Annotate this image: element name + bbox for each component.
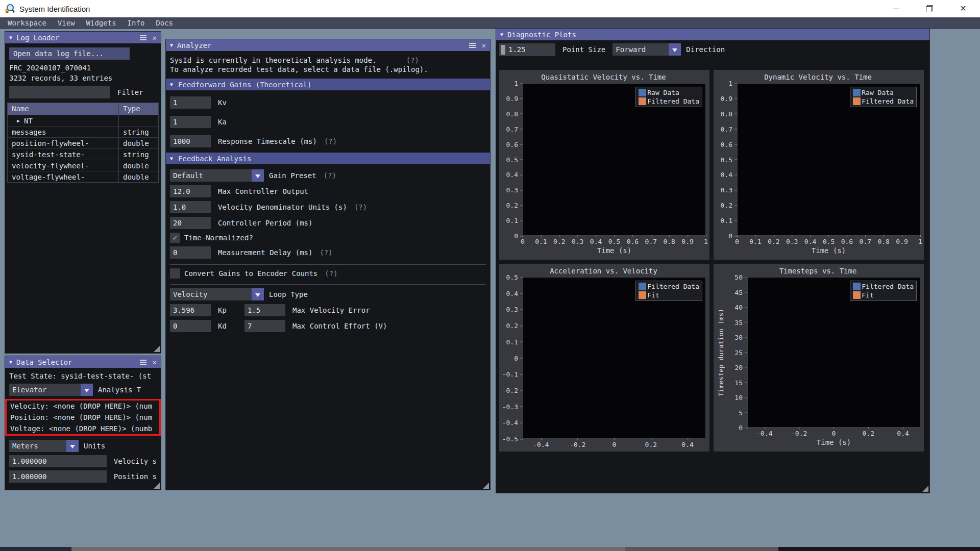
- max-control-effort-label: Max Control Effort (V): [292, 322, 387, 330]
- help-marker[interactable]: (?): [324, 137, 337, 145]
- entry-name-cell: messages: [8, 127, 118, 137]
- loop-type-combo[interactable]: Velocity: [170, 288, 264, 300]
- close-panel-icon[interactable]: ✕: [153, 358, 157, 366]
- collapse-icon[interactable]: ▼: [9, 360, 12, 365]
- measurement-delay-input[interactable]: 0: [170, 246, 211, 259]
- drag-grip-icon[interactable]: [501, 45, 505, 55]
- velocity-denominator-input[interactable]: 1.0: [170, 201, 211, 213]
- legend-entry[interactable]: Filtered Data: [639, 97, 699, 105]
- position-scale-input[interactable]: 1.000000: [9, 470, 107, 483]
- menu-item-docs[interactable]: Docs: [150, 17, 179, 29]
- signal-drop-target[interactable]: Position: <none (DROP HERE)> (num: [7, 412, 159, 423]
- collapse-icon[interactable]: ▼: [170, 82, 173, 87]
- plot-area[interactable]: Raw DataFiltered Data: [737, 83, 920, 236]
- x-axis-ticks: 00.10.20.30.40.50.60.70.80.91: [523, 236, 706, 246]
- velocity-scale-input[interactable]: 1.000000: [9, 455, 107, 467]
- max-controller-output-input[interactable]: 12.0: [170, 185, 211, 197]
- log-entries-table: Name Type ▶NTmessagesstringposition-flyw…: [7, 103, 159, 183]
- kp-input[interactable]: 3.596: [170, 304, 211, 316]
- table-row[interactable]: sysid-test-state-string: [8, 148, 158, 160]
- ka-input[interactable]: 1: [170, 116, 211, 128]
- table-row[interactable]: position-flywheel-double: [8, 137, 158, 148]
- response-timescale-input[interactable]: 1000: [170, 135, 211, 147]
- diagnostic-plots-header[interactable]: ▼ Diagnostic Plots: [496, 29, 929, 40]
- convert-gains-checkbox[interactable]: [170, 268, 180, 279]
- window-menu-icon[interactable]: [469, 43, 476, 48]
- y-tick-label: 40: [734, 304, 743, 311]
- collapse-icon[interactable]: ▼: [9, 35, 12, 40]
- table-row[interactable]: voltage-flywheel-double: [8, 171, 158, 182]
- column-header-type[interactable]: Type: [118, 103, 158, 115]
- legend-swatch-icon: [853, 97, 861, 105]
- help-marker[interactable]: (?): [354, 203, 367, 211]
- time-normalized-checkbox[interactable]: ✓: [170, 233, 180, 243]
- kv-input[interactable]: 1: [170, 96, 211, 109]
- expand-arrow-icon[interactable]: ▶: [17, 115, 20, 126]
- legend-entry[interactable]: Raw Data: [639, 89, 699, 96]
- table-row[interactable]: messagesstring: [8, 126, 158, 137]
- x-tick-label: 0: [832, 430, 836, 437]
- x-tick-label: -0.2: [791, 430, 807, 437]
- menu-item-workspace[interactable]: Workspace: [2, 17, 52, 29]
- window-titlebar[interactable]: System Identification ✕: [0, 0, 980, 17]
- units-combo[interactable]: Meters: [9, 440, 79, 452]
- analysis-type-combo[interactable]: Elevator: [9, 384, 93, 396]
- menu-bar: WorkspaceViewWidgetsInfoDocs: [0, 17, 980, 29]
- menu-item-view[interactable]: View: [52, 17, 81, 29]
- max-control-effort-input[interactable]: 7: [244, 320, 285, 332]
- menu-item-info[interactable]: Info: [122, 17, 151, 29]
- signal-drop-target[interactable]: Velocity: <none (DROP HERE)> (num: [7, 400, 159, 412]
- data-selector-header[interactable]: ▼ Data Selector ✕: [5, 356, 161, 368]
- collapse-icon[interactable]: ▼: [170, 43, 173, 48]
- help-marker[interactable]: (?): [324, 171, 336, 180]
- collapse-icon[interactable]: ▼: [170, 156, 173, 161]
- legend-entry[interactable]: Fit: [639, 291, 699, 299]
- collapse-icon[interactable]: ▼: [500, 32, 503, 37]
- point-size-input[interactable]: 1.25: [499, 43, 555, 56]
- x-tick-label: 0.3: [572, 238, 583, 245]
- resize-grip[interactable]: [154, 346, 160, 352]
- kd-input[interactable]: 0: [170, 320, 211, 332]
- analyzer-header[interactable]: ▼ Analyzer ✕: [166, 39, 490, 51]
- window-menu-icon[interactable]: [140, 360, 146, 365]
- measurement-delay-label: Measurement Delay (ms): [218, 248, 312, 257]
- plot-area[interactable]: Raw DataFiltered Data: [523, 83, 706, 236]
- close-panel-icon[interactable]: ✕: [153, 34, 157, 42]
- open-log-file-button[interactable]: Open data log file...: [9, 47, 130, 60]
- restore-button[interactable]: [913, 0, 946, 17]
- direction-combo[interactable]: Forward: [612, 43, 681, 56]
- feedback-section-header[interactable]: ▼ Feedback Analysis: [166, 153, 490, 164]
- column-header-name[interactable]: Name: [8, 103, 118, 115]
- gain-preset-combo[interactable]: Default: [170, 169, 264, 182]
- legend-entry[interactable]: Fit: [853, 291, 914, 299]
- close-window-button[interactable]: ✕: [946, 0, 980, 17]
- resize-grip[interactable]: [483, 483, 489, 489]
- feedforward-section-header[interactable]: ▼ Feedforward Gains (Theoretical): [166, 79, 490, 90]
- table-row[interactable]: ▶NT: [8, 115, 158, 126]
- help-marker[interactable]: (?): [320, 248, 332, 257]
- filter-input[interactable]: [9, 86, 110, 98]
- signal-drop-target[interactable]: Voltage: <none (DROP HERE)> (numb: [7, 423, 159, 434]
- plot-area[interactable]: Filtered DataFit: [523, 277, 706, 439]
- y-axis-ticks: 50454035302520151050: [726, 277, 747, 428]
- max-velocity-error-input[interactable]: 1.5: [244, 304, 285, 316]
- help-marker[interactable]: (?): [325, 269, 337, 278]
- taskbar[interactable]: [0, 547, 980, 551]
- log-loader-header[interactable]: ▼ Log Loader ✕: [5, 32, 161, 43]
- controller-period-input[interactable]: 20: [170, 217, 211, 229]
- legend-entry[interactable]: Raw Data: [853, 89, 914, 96]
- menu-item-widgets[interactable]: Widgets: [81, 17, 122, 29]
- minimize-button[interactable]: [879, 0, 913, 17]
- help-marker[interactable]: (?): [406, 56, 419, 64]
- table-row[interactable]: velocity-flywheel-double: [8, 160, 158, 171]
- resize-grip[interactable]: [922, 486, 928, 492]
- legend-entry[interactable]: Filtered Data: [853, 283, 914, 290]
- x-axis-ticks: -0.4-0.200.20.4: [523, 439, 706, 449]
- close-panel-icon[interactable]: ✕: [482, 41, 486, 49]
- legend-entry[interactable]: Filtered Data: [639, 283, 699, 290]
- resize-grip[interactable]: [154, 483, 160, 489]
- plot-area[interactable]: Filtered DataFit: [747, 277, 920, 428]
- legend-entry[interactable]: Filtered Data: [853, 97, 914, 105]
- ka-label: Ka: [218, 118, 227, 126]
- window-menu-icon[interactable]: [140, 35, 146, 40]
